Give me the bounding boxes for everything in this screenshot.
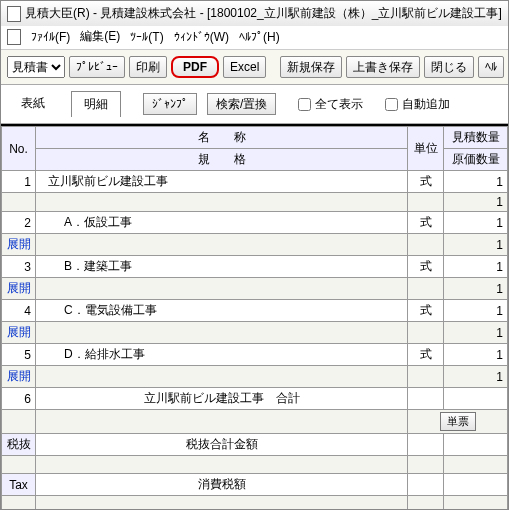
tab-detail[interactable]: 明細 bbox=[71, 91, 121, 117]
show-all-checkbox[interactable]: 全て表示 bbox=[298, 96, 363, 113]
title-bar: 見積大臣(R) - 見積建設株式会社 - [1800102_立川駅前建設（株）_… bbox=[1, 1, 508, 26]
table-row[interactable]: 2 A．仮設工事 式 1 bbox=[2, 212, 508, 234]
table-row[interactable]: 5 D．給排水工事 式 1 bbox=[2, 344, 508, 366]
row-name: A．仮設工事 bbox=[36, 212, 408, 234]
auto-add-checkbox[interactable]: 自動追加 bbox=[385, 96, 450, 113]
table-row-sub[interactable]: 展開1 bbox=[2, 322, 508, 344]
table-row-sub[interactable]: 展開1 bbox=[2, 366, 508, 388]
tab-cover[interactable]: 表紙 bbox=[9, 91, 57, 117]
row-unit: 式 bbox=[408, 212, 444, 234]
zeinuki-text: 税抜合計金額 bbox=[36, 434, 408, 456]
row-unit: 式 bbox=[408, 300, 444, 322]
row-qty: 1 bbox=[444, 212, 508, 234]
pdf-button[interactable]: PDF bbox=[171, 56, 219, 78]
row-qty: 1 bbox=[444, 300, 508, 322]
auto-add-label: 自動追加 bbox=[402, 96, 450, 113]
expand-button[interactable]: 展開 bbox=[2, 278, 36, 300]
row-name: 立川駅前ビル建設工事 合計 bbox=[36, 388, 408, 410]
print-button[interactable]: 印刷 bbox=[129, 56, 167, 78]
auto-add-input[interactable] bbox=[385, 98, 398, 111]
app-icon bbox=[7, 6, 21, 22]
document-icon bbox=[7, 29, 21, 45]
excel-button[interactable]: Excel bbox=[223, 56, 266, 78]
row-name: B．建築工事 bbox=[36, 256, 408, 278]
doc-type-select[interactable]: 見積書 bbox=[7, 56, 65, 78]
row-qty: 1 bbox=[444, 256, 508, 278]
row-name: D．給排水工事 bbox=[36, 344, 408, 366]
save-new-button[interactable]: 新規保存 bbox=[280, 56, 342, 78]
sub-bar: 表紙 明細 ｼﾞｬﾝﾌﾟ 検索/置換 全て表示 自動追加 bbox=[1, 85, 508, 124]
table-row-sub[interactable]: 単票 bbox=[2, 410, 508, 434]
menu-window[interactable]: ｳｨﾝﾄﾞｳ(W) bbox=[174, 30, 229, 44]
expand-button[interactable]: 展開 bbox=[2, 234, 36, 256]
row-no: 6 bbox=[2, 388, 36, 410]
row-unit: 式 bbox=[408, 171, 444, 193]
find-replace-button[interactable]: 検索/置換 bbox=[207, 93, 276, 115]
row-no: 5 bbox=[2, 344, 36, 366]
tax-label: Tax bbox=[2, 474, 36, 496]
header-no: No. bbox=[2, 127, 36, 171]
menu-bar: ﾌｧｲﾙ(F) 編集(E) ﾂｰﾙ(T) ｳｨﾝﾄﾞｳ(W) ﾍﾙﾌﾟ(H) bbox=[1, 26, 508, 50]
row-no: 1 bbox=[2, 171, 36, 193]
row-no: 2 bbox=[2, 212, 36, 234]
table-row-sub[interactable]: 展開1 bbox=[2, 234, 508, 256]
table-row[interactable]: 4 C．電気設備工事 式 1 bbox=[2, 300, 508, 322]
show-all-input[interactable] bbox=[298, 98, 311, 111]
table-row[interactable]: 1 立川駅前ビル建設工事 式 1 bbox=[2, 171, 508, 193]
row-name: C．電気設備工事 bbox=[36, 300, 408, 322]
header-qty-cost: 原価数量 bbox=[444, 149, 508, 171]
header-name: 名 称 bbox=[36, 127, 408, 149]
tax-text: 消費税額 bbox=[36, 474, 408, 496]
row-no: 3 bbox=[2, 256, 36, 278]
row-no: 4 bbox=[2, 300, 36, 322]
expand-button[interactable]: 展開 bbox=[2, 366, 36, 388]
menu-tool[interactable]: ﾂｰﾙ(T) bbox=[130, 30, 163, 44]
menu-help[interactable]: ﾍﾙﾌﾟ(H) bbox=[239, 30, 280, 44]
table-row[interactable]: 6 立川駅前ビル建設工事 合計 bbox=[2, 388, 508, 410]
show-all-label: 全て表示 bbox=[315, 96, 363, 113]
header-spec: 規 格 bbox=[36, 149, 408, 171]
total-row-tax: Tax 消費税額 bbox=[2, 474, 508, 496]
estimate-grid: No. 名 称 単位 見積数量 規 格 原価数量 1 立川駅前ビル建設工事 式 … bbox=[1, 126, 508, 510]
total-row-zeinuki: 税抜 税抜合計金額 bbox=[2, 434, 508, 456]
row-unit: 式 bbox=[408, 344, 444, 366]
menu-file[interactable]: ﾌｧｲﾙ(F) bbox=[31, 30, 70, 44]
menu-edit[interactable]: 編集(E) bbox=[80, 28, 120, 45]
expand-button[interactable]: 展開 bbox=[2, 322, 36, 344]
tabset: 表紙 明細 bbox=[9, 91, 121, 117]
zeinuki-label: 税抜 bbox=[2, 434, 36, 456]
row-name: 立川駅前ビル建設工事 bbox=[36, 171, 408, 193]
row-qty: 1 bbox=[444, 171, 508, 193]
jump-button[interactable]: ｼﾞｬﾝﾌﾟ bbox=[143, 93, 197, 115]
save-overwrite-button[interactable]: 上書き保存 bbox=[346, 56, 420, 78]
table-row[interactable]: 3 B．建築工事 式 1 bbox=[2, 256, 508, 278]
table-row-sub[interactable]: 1 bbox=[2, 193, 508, 212]
grid-wrap: No. 名 称 単位 見積数量 規 格 原価数量 1 立川駅前ビル建設工事 式 … bbox=[1, 124, 508, 510]
table-row-sub[interactable]: 展開1 bbox=[2, 278, 508, 300]
row-qty: 1 bbox=[444, 344, 508, 366]
row-unit: 式 bbox=[408, 256, 444, 278]
header-unit: 単位 bbox=[408, 127, 444, 171]
preview-button[interactable]: ﾌﾟﾚﾋﾞｭｰ bbox=[69, 56, 125, 78]
header-qty-est: 見積数量 bbox=[444, 127, 508, 149]
window-title: 見積大臣(R) - 見積建設株式会社 - [1800102_立川駅前建設（株）_… bbox=[25, 5, 502, 22]
close-button[interactable]: 閉じる bbox=[424, 56, 474, 78]
single-slip-button[interactable]: 単票 bbox=[440, 412, 476, 431]
toolbar: 見積書 ﾌﾟﾚﾋﾞｭｰ 印刷 PDF Excel 新規保存 上書き保存 閉じる … bbox=[1, 50, 508, 85]
help-button[interactable]: ﾍﾙ bbox=[478, 56, 504, 78]
